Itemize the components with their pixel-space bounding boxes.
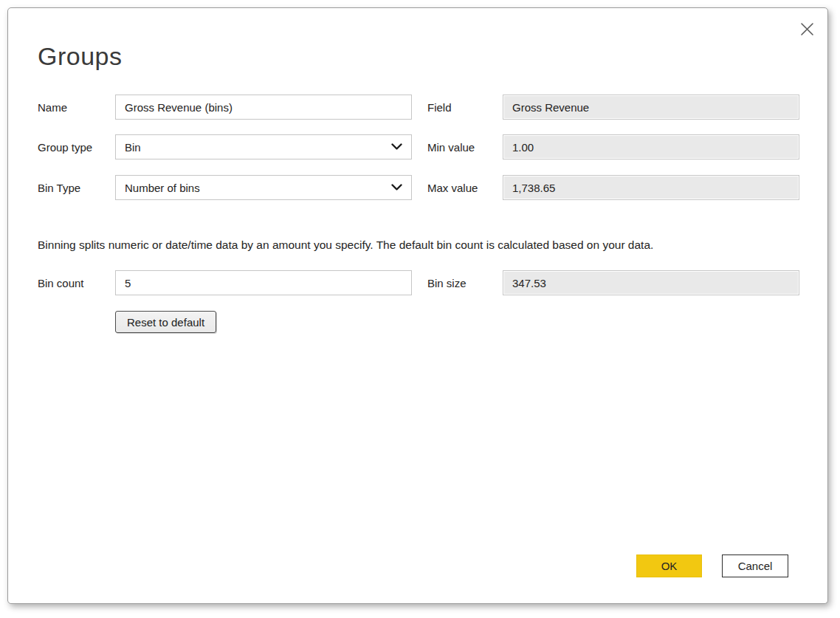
form-row-grouptype-minvalue: Group type Bin Min value 1.00: [8, 134, 827, 159]
page-title: Groups: [38, 42, 123, 71]
binning-description-text: Binning splits numeric or date/time data…: [38, 238, 798, 252]
bin-count-label: Bin count: [38, 270, 84, 295]
screenshot-background: Groups Name Field Gross Revenue Group ty…: [0, 0, 840, 618]
groups-dialog: Groups Name Field Gross Revenue Group ty…: [7, 7, 828, 604]
max-value-readonly-value: 1,738.65: [503, 175, 799, 200]
cancel-button[interactable]: Cancel: [722, 555, 788, 577]
ok-button[interactable]: OK: [636, 555, 702, 577]
bin-type-label: Bin Type: [38, 175, 80, 200]
min-value-readonly-value: 1.00: [503, 134, 799, 159]
min-value-label: Min value: [427, 134, 475, 159]
field-label: Field: [427, 95, 452, 120]
form-row-bincount-binsize: Bin count Bin size 347.53: [8, 270, 827, 295]
close-icon: [800, 22, 814, 36]
group-type-label: Group type: [38, 134, 92, 159]
form-row-bintype-maxvalue: Bin Type Number of bins Max value 1,738.…: [8, 175, 827, 200]
chevron-down-icon: [391, 143, 402, 151]
chevron-down-icon: [391, 184, 402, 191]
form-row-name-field: Name Field Gross Revenue: [8, 95, 827, 120]
bin-type-select[interactable]: Number of bins: [115, 175, 412, 200]
bin-size-label: Bin size: [427, 270, 467, 295]
max-value-label: Max value: [427, 175, 478, 200]
close-button[interactable]: [796, 18, 817, 39]
bin-count-input[interactable]: [115, 270, 412, 295]
name-input[interactable]: [115, 95, 412, 120]
bin-size-readonly-value: 347.53: [503, 270, 799, 295]
group-type-selected-value: Bin: [125, 141, 141, 154]
reset-to-default-button[interactable]: Reset to default: [115, 311, 216, 333]
group-type-select[interactable]: Bin: [115, 134, 412, 159]
name-label: Name: [38, 95, 67, 120]
bin-type-selected-value: Number of bins: [125, 182, 200, 194]
field-readonly-value: Gross Revenue: [503, 95, 799, 120]
